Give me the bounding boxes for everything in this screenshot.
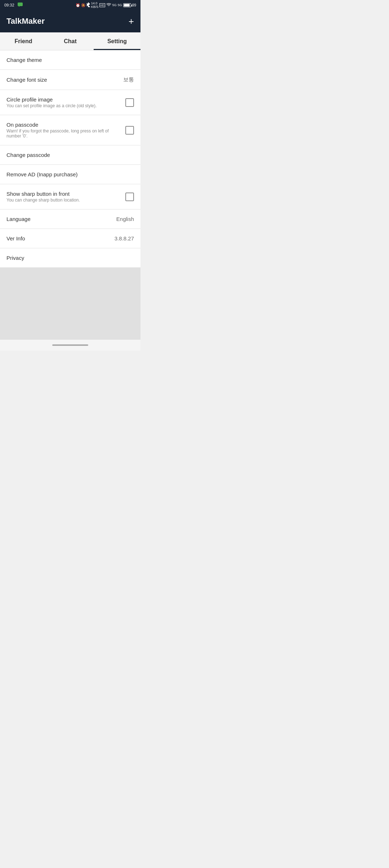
bluetooth-icon xyxy=(86,2,90,8)
battery-percent: 99 xyxy=(132,3,136,7)
home-indicator-bar xyxy=(0,340,140,351)
setting-label-change-passcode: Change passcode xyxy=(6,152,134,158)
setting-value-change-font-size: 보통 xyxy=(123,76,134,83)
tab-chat[interactable]: Chat xyxy=(47,32,94,50)
chat-notification-icon xyxy=(17,2,23,8)
app-title: TalkMaker xyxy=(6,17,45,26)
setting-item-ver-info[interactable]: Ver Info 3.8.8.27 xyxy=(0,229,140,248)
setting-item-on-passcode[interactable]: On passcode Warn! if you forgot the pass… xyxy=(0,115,140,145)
setting-item-privacy[interactable]: Privacy xyxy=(0,248,140,268)
status-left: 09:32 xyxy=(4,2,23,8)
signal-5g-icon: 5G xyxy=(118,3,122,7)
setting-item-language[interactable]: Language English xyxy=(0,209,140,229)
setting-label-change-theme: Change theme xyxy=(6,57,134,63)
setting-item-sharp-button[interactable]: Show sharp button in front You can chang… xyxy=(0,184,140,209)
add-button[interactable]: + xyxy=(129,17,134,26)
setting-sub-circle-profile: You can set profile image as a circle (o… xyxy=(6,103,121,108)
alarm-icon: ⏰ xyxy=(76,3,80,7)
setting-label-ver-info: Ver Info xyxy=(6,235,110,241)
tab-friend[interactable]: Friend xyxy=(0,32,47,50)
bottom-empty-area xyxy=(0,268,140,340)
setting-label-privacy: Privacy xyxy=(6,255,134,261)
setting-item-change-passcode[interactable]: Change passcode xyxy=(0,145,140,165)
data-speed: 14.0KB/S xyxy=(91,1,99,9)
setting-value-ver-info: 3.8.8.27 xyxy=(115,235,134,241)
tab-bar: Friend Chat Setting xyxy=(0,32,140,50)
setting-checkbox-on-passcode[interactable] xyxy=(125,126,134,135)
status-bar: 09:32 ⏰ 🔕 14.0KB/S HD xyxy=(0,0,140,10)
signal-4g-icon: 5G xyxy=(112,3,117,7)
setting-sub-on-passcode: Warn! if you forgot the passcode, long p… xyxy=(6,128,121,139)
status-right: ⏰ 🔕 14.0KB/S HD 5G 5G 99 xyxy=(76,1,136,9)
mute-icon: 🔕 xyxy=(81,3,85,7)
home-indicator xyxy=(52,344,88,346)
setting-checkbox-circle-profile[interactable] xyxy=(125,98,134,107)
setting-label-sharp-button: Show sharp button in front xyxy=(6,191,121,197)
setting-label-circle-profile: Circle profile image xyxy=(6,96,121,103)
tab-setting[interactable]: Setting xyxy=(94,32,140,50)
time-display: 09:32 xyxy=(4,3,14,7)
app-header: TalkMaker + xyxy=(0,10,140,32)
setting-value-language: English xyxy=(116,216,134,222)
setting-label-change-font-size: Change font size xyxy=(6,77,119,83)
setting-label-remove-ad: Remove AD (Inapp purchase) xyxy=(6,171,134,177)
setting-label-language: Language xyxy=(6,216,112,222)
setting-sub-sharp-button: You can change sharp button location. xyxy=(6,198,121,203)
setting-item-change-theme[interactable]: Change theme xyxy=(0,50,140,70)
hd-icon: HD xyxy=(99,3,105,7)
svg-rect-0 xyxy=(18,3,23,6)
setting-item-remove-ad[interactable]: Remove AD (Inapp purchase) xyxy=(0,165,140,184)
setting-item-change-font-size[interactable]: Change font size 보통 xyxy=(0,70,140,90)
setting-checkbox-sharp-button[interactable] xyxy=(125,193,134,201)
battery-icon xyxy=(123,3,131,7)
settings-list: Change theme Change font size 보통 Circle … xyxy=(0,50,140,268)
setting-item-circle-profile[interactable]: Circle profile image You can set profile… xyxy=(0,90,140,115)
setting-label-on-passcode: On passcode xyxy=(6,122,121,128)
wifi-icon xyxy=(106,3,111,8)
